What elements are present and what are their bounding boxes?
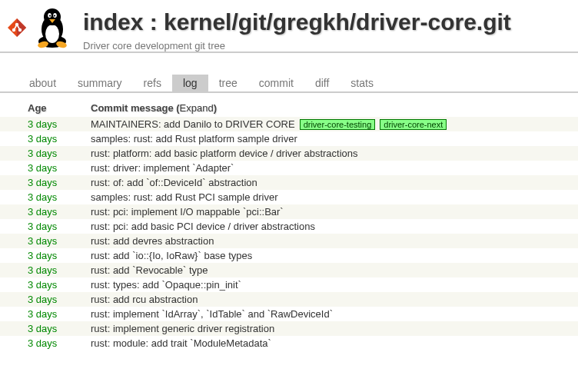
- commit-link[interactable]: rust: implement generic driver registrat…: [91, 323, 274, 334]
- table-row: 3 daysrust: driver: implement `Adapter`: [0, 161, 578, 175]
- tux-logo-icon[interactable]: [31, 6, 74, 49]
- commit-age: 3 days: [28, 133, 57, 145]
- branch-deco[interactable]: driver-core-next: [380, 119, 447, 130]
- commit-link[interactable]: rust: add `Revocable` type: [91, 264, 208, 276]
- table-row: 3 daysrust: add devres abstraction: [0, 234, 578, 248]
- table-row: 3 dayssamples: rust: add Rust platform s…: [0, 131, 578, 146]
- svg-point-14: [54, 15, 55, 16]
- commit-age: 3 days: [28, 279, 57, 291]
- commit-age: 3 days: [28, 221, 57, 232]
- table-row: 3 daysrust: implement generic driver reg…: [0, 321, 578, 336]
- tab-commit[interactable]: commit: [248, 75, 304, 91]
- repo-description: Driver core development git tree: [83, 40, 572, 51]
- svg-point-13: [49, 15, 51, 16]
- tab-summary[interactable]: summary: [67, 75, 133, 91]
- expand-link[interactable]: Expand: [180, 102, 214, 114]
- repo-title: index : kernel/git/gregkh/driver-core.gi…: [83, 9, 572, 35]
- logo-area: [6, 6, 74, 49]
- page-header: index : kernel/git/gregkh/driver-core.gi…: [0, 0, 578, 53]
- commit-age: 3 days: [28, 235, 57, 247]
- svg-point-9: [45, 25, 59, 43]
- commit-link[interactable]: MAINTAINERS: add Danilo to DRIVER CORE: [91, 118, 295, 130]
- commit-age: 3 days: [28, 118, 57, 130]
- tab-log[interactable]: log: [172, 75, 208, 91]
- title-area: index : kernel/git/gregkh/driver-core.gi…: [83, 6, 572, 51]
- commit-age: 3 days: [28, 264, 57, 276]
- table-row: 3 daysMAINTAINERS: add Danilo to DRIVER …: [0, 117, 578, 131]
- commit-age: 3 days: [28, 308, 57, 320]
- age-header: Age: [0, 99, 85, 117]
- table-row: 3 daysrust: types: add `Opaque::pin_init…: [0, 277, 578, 292]
- commit-link[interactable]: samples: rust: add Rust platform sample …: [91, 133, 297, 145]
- tab-stats[interactable]: stats: [340, 75, 384, 91]
- commit-age: 3 days: [28, 148, 57, 159]
- title-sep: :: [143, 9, 164, 35]
- index-link[interactable]: index: [83, 9, 143, 35]
- commit-link[interactable]: rust: add rcu abstraction: [91, 294, 198, 305]
- table-row: 3 dayssamples: rust: add Rust PCI sample…: [0, 190, 578, 204]
- tab-about[interactable]: about: [18, 75, 67, 91]
- msg-header: Commit message (Expand): [85, 99, 578, 117]
- commit-log-table: Age Commit message (Expand) 3 daysMAINTA…: [0, 99, 578, 350]
- commit-age: 3 days: [28, 294, 57, 305]
- commit-link[interactable]: samples: rust: add Rust PCI sample drive…: [91, 191, 277, 203]
- commit-age: 3 days: [28, 250, 57, 261]
- commit-age: 3 days: [28, 177, 57, 188]
- table-row: 3 daysrust: implement `IdArray`, `IdTabl…: [0, 307, 578, 321]
- tabs-bar: aboutsummaryrefslogtreecommitdiffstats: [0, 53, 578, 93]
- table-row: 3 daysrust: pci: add basic PCI device / …: [0, 219, 578, 234]
- table-row: 3 daysrust: add `io::{Io, IoRaw}` base t…: [0, 248, 578, 263]
- msg-header-post: ): [214, 102, 217, 114]
- commit-link[interactable]: rust: platform: add basic platform devic…: [91, 148, 358, 159]
- commit-link[interactable]: rust: pci: add basic PCI device / driver…: [91, 221, 315, 232]
- commit-link[interactable]: rust: module: add trait `ModuleMetadata`: [91, 337, 271, 349]
- tab-diff[interactable]: diff: [304, 75, 340, 91]
- commit-link[interactable]: rust: add `io::{Io, IoRaw}` base types: [91, 250, 252, 261]
- tab-refs[interactable]: refs: [133, 75, 172, 91]
- table-row: 3 daysrust: module: add trait `ModuleMet…: [0, 336, 578, 350]
- tab-tree[interactable]: tree: [208, 75, 248, 91]
- commit-link[interactable]: rust: pci: implement I/O mappable `pci::…: [91, 206, 284, 218]
- commit-age: 3 days: [28, 206, 57, 218]
- branch-deco[interactable]: driver-core-testing: [300, 119, 376, 130]
- commit-age: 3 days: [28, 323, 57, 334]
- repo-link[interactable]: kernel/git/gregkh/driver-core.git: [164, 9, 511, 35]
- commit-link[interactable]: rust: add devres abstraction: [91, 235, 214, 247]
- commit-age: 3 days: [28, 337, 57, 349]
- table-row: 3 daysrust: of: add `of::DeviceId` abstr…: [0, 175, 578, 190]
- commit-age: 3 days: [28, 162, 57, 174]
- commit-link[interactable]: rust: implement `IdArray`, `IdTable` and…: [91, 308, 333, 320]
- table-row: 3 daysrust: add `Revocable` type: [0, 263, 578, 277]
- cgit-logo-icon[interactable]: [6, 17, 28, 38]
- table-row: 3 daysrust: pci: implement I/O mappable …: [0, 204, 578, 219]
- commit-age: 3 days: [28, 191, 57, 203]
- commit-link[interactable]: rust: driver: implement `Adapter`: [91, 162, 234, 174]
- table-row: 3 daysrust: add rcu abstraction: [0, 292, 578, 307]
- msg-header-pre: Commit message (: [91, 102, 180, 114]
- commit-link[interactable]: rust: types: add `Opaque::pin_init`: [91, 279, 241, 291]
- commit-link[interactable]: rust: of: add `of::DeviceId` abstraction: [91, 177, 257, 188]
- table-row: 3 daysrust: platform: add basic platform…: [0, 146, 578, 161]
